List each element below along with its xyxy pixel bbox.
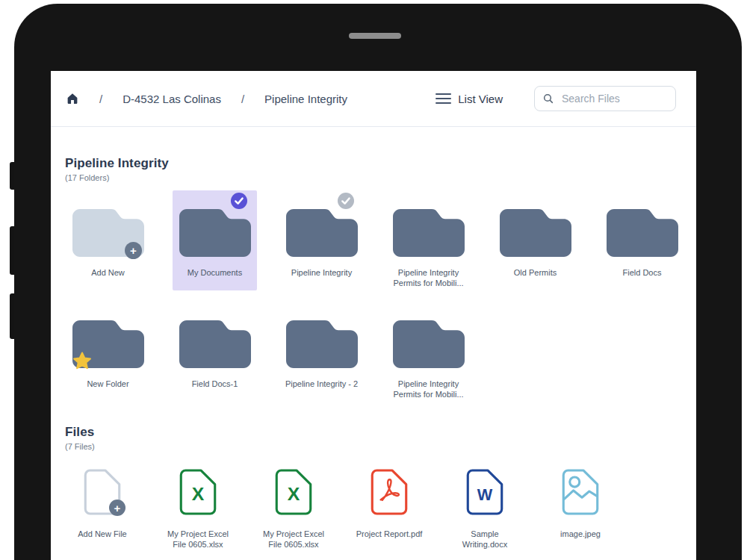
app-screen: / D-4532 Las Colinas / Pipeline Integrit…	[51, 71, 696, 560]
unselected-check-badge	[338, 193, 354, 209]
breadcrumb-separator: /	[99, 93, 102, 105]
page: / D-4532 Las Colinas / Pipeline Integrit…	[0, 0, 747, 560]
breadcrumb-item-current[interactable]: Pipeline Integrity	[264, 93, 347, 105]
camera-bar	[349, 33, 401, 39]
folder-icon	[393, 209, 465, 257]
list-view-toggle[interactable]: List View	[436, 93, 503, 105]
folder-icon	[179, 209, 251, 257]
file-label: SampleWriting.docx	[441, 529, 529, 550]
folder-label: Pipeline IntegrityPermits for Mobili...	[379, 267, 478, 288]
file-label: Add New File	[58, 529, 146, 539]
file-label: My Project ExcelFile 0605.xlsx	[249, 529, 338, 550]
star-icon	[72, 351, 92, 370]
file-icon: X	[179, 469, 217, 515]
folder-tile[interactable]: Old Permits	[482, 190, 589, 290]
folder-label: Pipeline IntegrityPermits for Mobili...	[379, 379, 478, 399]
app-header: / D-4532 Las Colinas / Pipeline Integrit…	[51, 71, 696, 127]
file-tile[interactable]: XMy Project ExcelFile 0605.xlsx	[150, 469, 246, 557]
folder-label: Old Permits	[486, 267, 585, 278]
folder-label: Pipeline Integrity	[272, 267, 371, 278]
header-actions: List View	[436, 86, 676, 111]
selected-check-badge	[231, 193, 247, 209]
file-label: Project Report.pdf	[345, 529, 433, 539]
svg-text:W: W	[477, 485, 493, 504]
file-icon	[562, 469, 599, 515]
tablet-frame: / D-4532 Las Colinas / Pipeline Integrit…	[14, 4, 742, 560]
folder-tile[interactable]: Pipeline IntegrityPermits for Mobili...	[375, 190, 482, 290]
folders-grid: +Add New My Documents Pipeline Integrity…	[55, 190, 696, 402]
folder-icon	[286, 209, 358, 257]
folder-label: Field Docs-1	[165, 379, 264, 389]
folder-icon	[500, 209, 571, 257]
folder-tile[interactable]: My Documents	[161, 190, 268, 290]
folder-icon	[286, 320, 358, 368]
file-label: My Project ExcelFile 0605.xlsx	[154, 529, 242, 550]
folder-label: Add New	[58, 267, 158, 278]
add-new-folder-tile[interactable]: +Add New	[55, 190, 161, 290]
file-icon: X	[275, 469, 312, 515]
folder-icon	[393, 320, 465, 368]
folder-icon	[607, 209, 678, 257]
file-icon: W	[466, 469, 503, 515]
search-box[interactable]	[534, 86, 676, 111]
search-icon	[542, 93, 554, 105]
file-tile[interactable]: image.jpeg	[533, 469, 628, 557]
list-view-icon	[436, 93, 451, 105]
files-grid: +Add New File XMy Project ExcelFile 0605…	[55, 469, 696, 557]
file-tile[interactable]: Project Report.pdf	[341, 469, 437, 557]
search-input[interactable]	[560, 92, 668, 105]
folders-section-count: (17 Folders)	[65, 173, 696, 182]
folder-icon	[179, 320, 251, 368]
folder-tile[interactable]: Pipeline IntegrityPermits for Mobili...	[375, 302, 482, 402]
add-new-plus-icon: +	[109, 500, 125, 516]
list-view-label: List View	[458, 93, 503, 105]
folder-tile[interactable]: New Folder	[55, 302, 161, 402]
folder-label: Pipeline Integrity - 2	[272, 379, 371, 389]
home-icon[interactable]	[66, 92, 79, 105]
file-tile[interactable]: WSampleWriting.docx	[437, 469, 533, 557]
breadcrumb: / D-4532 Las Colinas / Pipeline Integrit…	[66, 92, 347, 105]
breadcrumb-separator: /	[241, 93, 244, 105]
folder-label: New Folder	[58, 379, 158, 389]
folder-tile[interactable]: Pipeline Integrity - 2	[268, 302, 375, 402]
folder-label: My Documents	[165, 267, 264, 278]
add-new-file-tile[interactable]: +Add New File	[55, 469, 150, 557]
folders-section-title: Pipeline Integrity	[65, 156, 696, 171]
svg-text:X: X	[288, 484, 300, 504]
files-section-count: (7 Files)	[65, 442, 696, 451]
folder-tile[interactable]: Pipeline Integrity	[268, 190, 375, 290]
file-tile[interactable]: XMy Project ExcelFile 0605.xlsx	[246, 469, 341, 557]
folders-section-header: Pipeline Integrity (17 Folders)	[65, 156, 696, 182]
folder-label: Field Docs	[592, 267, 692, 278]
files-section-header: Files (7 Files)	[65, 425, 696, 451]
file-label: image.jpeg	[536, 529, 624, 539]
content-area: Pipeline Integrity (17 Folders) +Add New…	[51, 156, 696, 557]
file-icon	[371, 469, 408, 515]
folder-tile[interactable]: Field Docs-1	[161, 302, 268, 402]
svg-text:X: X	[192, 484, 205, 504]
files-section-title: Files	[65, 425, 696, 440]
breadcrumb-item-project[interactable]: D-4532 Las Colinas	[123, 93, 221, 105]
add-new-plus-icon: +	[125, 242, 142, 259]
folder-tile[interactable]: Field Docs	[589, 190, 695, 290]
